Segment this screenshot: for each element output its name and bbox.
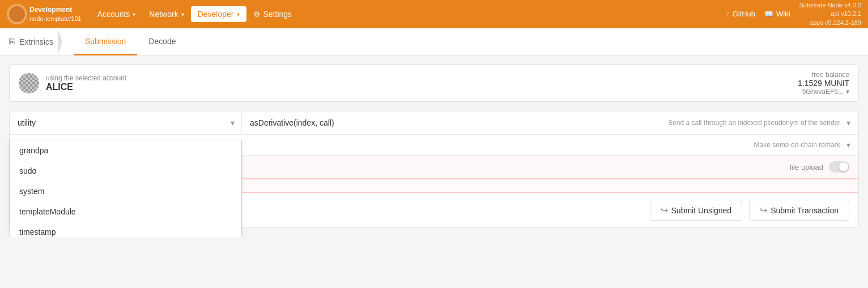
submit-transaction-icon: ↪ (760, 205, 767, 216)
dropdown-scroll: grandpa sudo system templateModule times… (10, 140, 241, 237)
submit-unsigned-icon: ↪ (661, 205, 668, 216)
top-navigation: Development node-template/101 Accounts ▾… (0, 0, 868, 28)
balance-address: 5GrwvaEF5... ▾ (798, 88, 849, 96)
account-info: using the selected account ALICE (46, 74, 798, 92)
extrinsic-form: utility ▾ asDerivative(index, call) Send… (9, 111, 859, 228)
network-nav-item[interactable]: Network ▾ (142, 6, 190, 22)
submit-unsigned-button[interactable]: ↪ Submit Unsigned (650, 200, 743, 221)
tab-submission[interactable]: Submission (74, 29, 137, 55)
extrinsics-icon: ⎘ (9, 37, 15, 47)
call-chevron-icon: ▾ (846, 118, 850, 127)
submit-transaction-button[interactable]: ↪ Submit Transaction (749, 200, 849, 221)
breadcrumb: ⎘ Extrinsics (9, 37, 62, 47)
submit-transaction-label: Submit Transaction (771, 206, 839, 215)
settings-nav-item[interactable]: ⚙ Settings (246, 6, 299, 22)
toggle-knob (839, 162, 848, 171)
wiki-icon: 📖 (764, 10, 773, 18)
node-info: Development node-template/101 (29, 6, 82, 23)
call-description: Send a call through an indexed pseudonym… (668, 119, 842, 127)
file-upload-toggle[interactable] (829, 161, 849, 173)
network-chevron-icon: ▾ (181, 11, 184, 18)
inner-call-desc-chevron-icon: ▾ (846, 140, 850, 149)
nav-right-section: ⑂ GitHub 📖 Wiki Substrate Node v4.0.0 ap… (725, 1, 861, 27)
dropdown-item-system[interactable]: system (10, 181, 241, 201)
file-upload-label: file upload (790, 163, 823, 171)
node-path: node-template/101 (29, 15, 82, 23)
module-select-wrapper: utility ▾ (10, 111, 242, 134)
account-name: ALICE (46, 82, 798, 92)
version-info: Substrate Node v4.0.0 api v10.2.1 apps v… (799, 1, 861, 27)
balance-label: free balance (798, 71, 849, 79)
dropdown-item-grandpa[interactable]: grandpa (10, 140, 241, 161)
app-logo (7, 4, 27, 24)
developer-nav-item[interactable]: Developer ▾ (191, 6, 246, 22)
balance-value: 1.1529 MUNIT (798, 79, 849, 88)
github-link[interactable]: ⑂ GitHub (725, 10, 755, 18)
account-avatar (19, 73, 39, 93)
address-chevron-icon: ▾ (846, 88, 849, 96)
inner-call-desc: Make some on-chain remark. (754, 141, 842, 149)
wiki-link[interactable]: 📖 Wiki (764, 10, 790, 18)
account-label: using the selected account (46, 74, 798, 82)
page-header: ⎘ Extrinsics Submission Decode (0, 28, 868, 55)
accounts-chevron-icon: ▾ (133, 11, 135, 18)
account-balance: free balance 1.1529 MUNIT 5GrwvaEF5... ▾ (798, 71, 849, 96)
account-bar: using the selected account ALICE free ba… (9, 65, 859, 102)
developer-chevron-icon: ▾ (237, 11, 240, 18)
tab-decode[interactable]: Decode (137, 29, 187, 55)
dropdown-item-templatemodule[interactable]: templateModule (10, 201, 241, 222)
page-tabs: Submission Decode (74, 28, 188, 55)
dropdown-item-timestamp[interactable]: timestamp (10, 222, 241, 237)
submit-unsigned-label: Submit Unsigned (671, 206, 732, 215)
module-dropdown: grandpa sudo system templateModule times… (10, 140, 242, 237)
module-select[interactable]: utility (10, 111, 241, 134)
node-name: Development (29, 6, 82, 15)
call-select-wrapper: asDerivative(index, call) Send a call th… (242, 118, 858, 127)
accounts-nav-item[interactable]: Accounts ▾ (91, 6, 143, 22)
github-icon: ⑂ (725, 10, 730, 18)
module-call-row: utility ▾ asDerivative(index, call) Send… (10, 111, 858, 135)
dropdown-item-sudo[interactable]: sudo (10, 161, 241, 181)
main-content: using the selected account ALICE free ba… (0, 55, 868, 237)
call-select[interactable]: asDerivative(index, call) (250, 118, 668, 127)
